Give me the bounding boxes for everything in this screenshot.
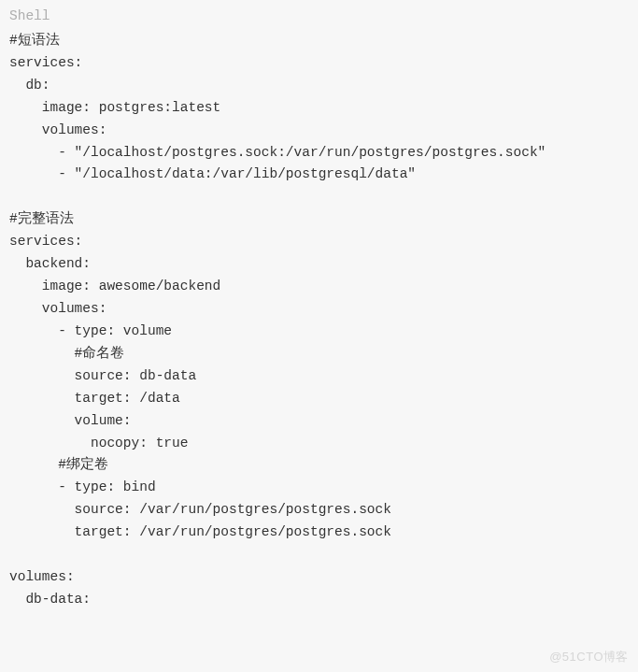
language-label: Shell: [9, 6, 629, 28]
code-block: #短语法 services: db: image: postgres:lates…: [9, 30, 629, 611]
watermark-text: @51CTO博客: [549, 647, 629, 666]
